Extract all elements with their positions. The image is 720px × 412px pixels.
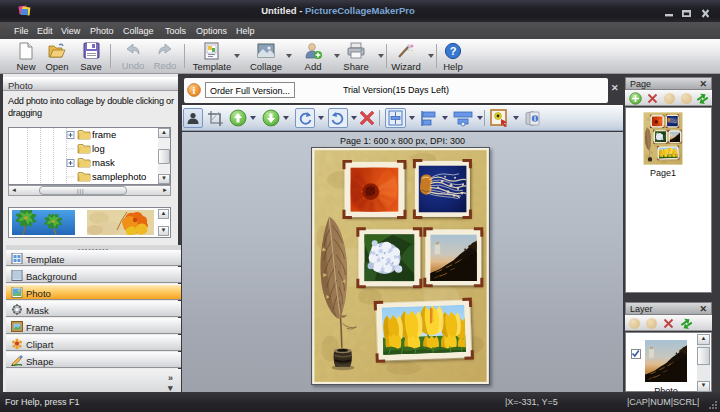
svg-text:?: ?	[450, 45, 457, 57]
svg-text:i: i	[534, 115, 536, 122]
